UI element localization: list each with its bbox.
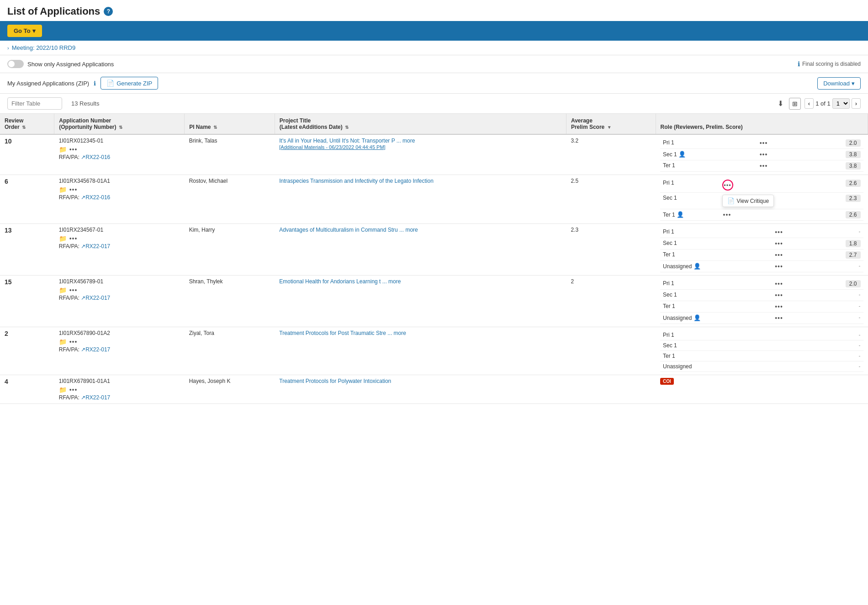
app-dots-menu[interactable]: ••• bbox=[69, 186, 79, 193]
more-link[interactable]: more bbox=[405, 227, 418, 233]
review-order-cell: 15 bbox=[0, 276, 54, 327]
generate-zip-button[interactable]: 📄 Generate ZIP bbox=[101, 77, 158, 90]
role-dots-menu[interactable]: ••• bbox=[774, 314, 784, 322]
folder-icon[interactable]: 📁 bbox=[59, 146, 67, 153]
review-order-cell: 2 bbox=[0, 327, 54, 375]
additional-materials-link[interactable]: [Additional Materials - 06/23/2022 04:44… bbox=[279, 144, 385, 150]
meeting-chevron-icon: › bbox=[7, 45, 9, 51]
page-title: List of Applications bbox=[7, 5, 100, 17]
app-dots-menu[interactable]: ••• bbox=[69, 235, 79, 242]
more-link[interactable]: more bbox=[388, 278, 401, 285]
role-label: Sec 1 bbox=[660, 340, 808, 351]
app-dots-menu[interactable]: ••• bbox=[69, 146, 79, 153]
role-dots-menu[interactable]: ••• bbox=[759, 151, 769, 158]
avg-score-cell: 2 bbox=[566, 276, 656, 327]
folder-icon[interactable]: 📁 bbox=[59, 287, 67, 294]
score-dash: - bbox=[859, 263, 861, 269]
rfa-link[interactable]: ↗RX22-017 bbox=[81, 243, 110, 249]
role-label: Pri 1 bbox=[660, 178, 720, 193]
role-row: Sec 1 - bbox=[660, 340, 863, 351]
role-table: Pri 1 ••• - Sec 1 ••• 1.8 Ter 1 ••• 2.7 … bbox=[660, 227, 863, 272]
role-dots-menu[interactable]: ••• bbox=[774, 303, 784, 310]
rfa-link[interactable]: ↗RX22-017 bbox=[81, 346, 110, 353]
meeting-bar[interactable]: › Meeting: 2022/10 RRD9 bbox=[0, 41, 868, 55]
role-dots-menu[interactable]: ••• bbox=[774, 263, 784, 270]
zip-left: My Assigned Applications (ZIP) ℹ 📄 Gener… bbox=[7, 77, 158, 90]
role-row: Ter 1 ••• 3.8 bbox=[660, 160, 863, 172]
download-button[interactable]: Download ▾ bbox=[817, 77, 861, 90]
role-label: Sec 1 bbox=[660, 238, 771, 249]
folder-icon[interactable]: 📁 bbox=[59, 386, 67, 393]
page-select[interactable]: 1 bbox=[832, 98, 850, 109]
dots-highlighted-button[interactable]: ••• bbox=[722, 180, 733, 191]
table-row: 15 1I01RX456789-01 📁 ••• RFA/PA: ↗RX22-0… bbox=[0, 276, 868, 327]
score-dash: - bbox=[859, 363, 861, 370]
app-dots-menu[interactable]: ••• bbox=[69, 386, 79, 393]
app-number-cell: 1I01RX567890-01A2 📁 ••• RFA/PA: ↗RX22-01… bbox=[54, 327, 185, 375]
rfa-link[interactable]: ↗RX22-016 bbox=[81, 194, 110, 201]
role-score-cell: 2.6 bbox=[826, 209, 863, 221]
role-dots-cell: ••• bbox=[720, 178, 826, 193]
role-score-cell: 2.6 bbox=[826, 178, 863, 193]
grid-view-button[interactable]: ⊞ bbox=[789, 98, 801, 110]
avg-score-value: 3.2 bbox=[571, 138, 578, 144]
project-title-text: Emotional Health for Andorians Learning … bbox=[279, 278, 386, 285]
role-dots-menu[interactable]: ••• bbox=[774, 280, 784, 287]
prev-page-button[interactable]: ‹ bbox=[804, 98, 814, 109]
role-dots-menu[interactable]: ••• bbox=[774, 251, 784, 259]
download-table-button[interactable]: ⬇ bbox=[776, 97, 785, 110]
review-order-cell: 13 bbox=[0, 224, 54, 276]
role-row: Unassigned - bbox=[660, 361, 863, 372]
more-link[interactable]: more bbox=[394, 330, 406, 336]
app-dots-menu[interactable]: ••• bbox=[69, 338, 79, 345]
project-title-cell: It's All in Your Head, Until It's Not: T… bbox=[275, 134, 566, 175]
role-dots-menu[interactable]: ••• bbox=[774, 228, 784, 236]
filter-table-input[interactable] bbox=[7, 97, 62, 110]
role-label: Sec 1 bbox=[660, 290, 771, 301]
final-score-note: ℹ Final scoring is disabled bbox=[798, 60, 861, 68]
role-label: Unassigned bbox=[660, 361, 808, 372]
role-row: Pri 1 - bbox=[660, 330, 863, 340]
table-header-row: ReviewOrder ⇅ Application Number(Opportu… bbox=[0, 114, 868, 134]
score-badge: 2.6 bbox=[846, 180, 861, 187]
pi-name-cell: Hayes, Joseph K bbox=[185, 375, 275, 404]
next-page-button[interactable]: › bbox=[852, 98, 861, 109]
role-dots-menu[interactable]: ••• bbox=[774, 292, 784, 299]
review-order-value: 2 bbox=[5, 330, 8, 337]
rfa-link[interactable]: ↗RX22-017 bbox=[81, 394, 110, 401]
role-score-cell: - bbox=[832, 361, 863, 372]
app-icons: 📁 ••• bbox=[59, 235, 180, 242]
view-critique-popup[interactable]: 📄 View Critique bbox=[722, 195, 774, 207]
app-dots-menu[interactable]: ••• bbox=[69, 287, 79, 294]
role-row: Ter 1 - bbox=[660, 351, 863, 361]
role-score-cell: - bbox=[811, 313, 863, 324]
role-dots-menu[interactable]: ••• bbox=[759, 162, 769, 170]
role-dots-menu[interactable]: ••• bbox=[774, 240, 784, 247]
pi-name-cell: Rostov, Michael bbox=[185, 175, 275, 224]
rfa-link[interactable]: ↗RX22-016 bbox=[81, 154, 110, 160]
role-label: Ter 1 bbox=[660, 249, 771, 261]
help-icon[interactable]: ? bbox=[104, 7, 113, 16]
role-score-cell: - bbox=[811, 227, 863, 238]
folder-icon[interactable]: 📁 bbox=[59, 235, 67, 242]
zip-info-icon[interactable]: ℹ bbox=[94, 80, 96, 87]
rfa-label: RFA/PA: bbox=[59, 154, 81, 160]
person-icon: 👤 bbox=[693, 263, 701, 270]
pi-name-cell: Kim, Harry bbox=[185, 224, 275, 276]
role-row: Pri 1 ••• 2.6 bbox=[660, 178, 863, 193]
assigned-toggle[interactable] bbox=[7, 60, 24, 68]
rfa-link[interactable]: ↗RX22-017 bbox=[81, 295, 110, 301]
folder-icon[interactable]: 📁 bbox=[59, 186, 67, 193]
review-order-value: 15 bbox=[5, 278, 12, 286]
role-label: Ter 1 bbox=[660, 301, 771, 313]
more-link[interactable]: more bbox=[402, 138, 415, 144]
goto-button[interactable]: Go To ▾ bbox=[7, 25, 42, 37]
role-dots-menu[interactable]: ••• bbox=[759, 139, 769, 147]
folder-icon[interactable]: 📁 bbox=[59, 338, 67, 345]
avg-score-value: 2.5 bbox=[571, 178, 578, 184]
role-dots-cell: ••• bbox=[756, 160, 802, 172]
table-row: 10 1I01RX012345-01 📁 ••• RFA/PA: ↗RX22-0… bbox=[0, 134, 868, 175]
role-score-cell: 2.0 bbox=[802, 138, 863, 149]
role-dots-menu[interactable]: ••• bbox=[722, 211, 732, 218]
col-app-number: Application Number(Opportunity Number) ⇅ bbox=[54, 114, 185, 134]
